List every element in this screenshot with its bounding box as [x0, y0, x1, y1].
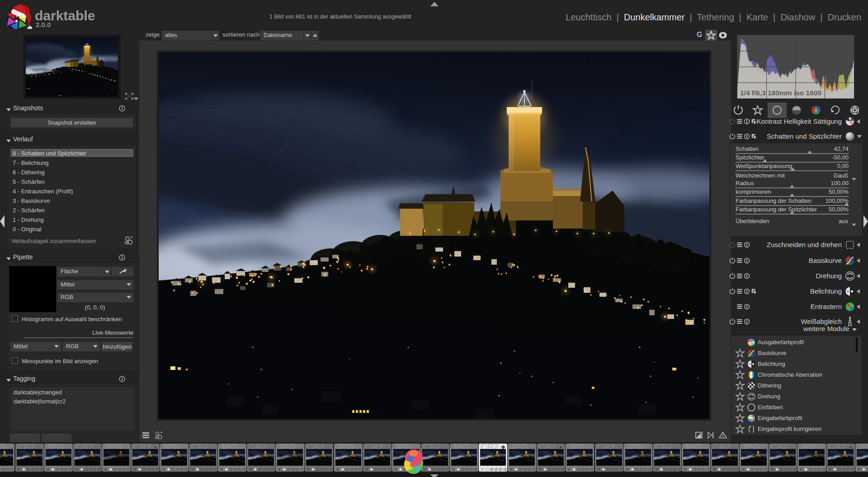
svg-text:1/4 f/6,3 180mm iso 1600: 1/4 f/6,3 180mm iso 1600	[740, 89, 821, 97]
svg-text:2.0.0: 2.0.0	[36, 21, 51, 28]
